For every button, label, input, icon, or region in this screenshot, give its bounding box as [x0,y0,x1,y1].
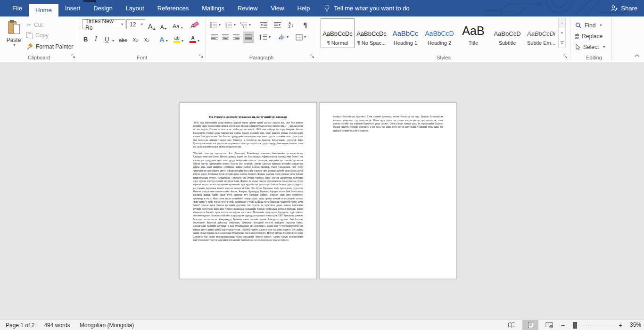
sort-arrow-icon: ↓ [291,23,294,28]
italic-button[interactable]: I [95,32,97,44]
format-painter-button[interactable]: Format Painter [26,41,73,51]
ribbon: Paste ▾ ✂ Cut Copy Format Painter Clipbo… [0,16,644,62]
styles-dialog-launcher[interactable] [563,54,568,59]
style-title[interactable]: AaB Title [456,18,490,48]
replace-label: Replace [582,33,603,40]
font-dialog-launcher[interactable] [199,54,204,59]
underline-dropdown[interactable]: ▾ [111,32,114,44]
bullets-button[interactable]: ▾ [210,20,221,30]
clipboard-dialog-launcher[interactable] [71,54,76,59]
line-spacing-icon [259,34,267,41]
multilevel-list-button[interactable]: ▾ [240,20,251,30]
status-left: Page 1 of 2 494 words Mongolian (Mongoli… [0,320,139,330]
shading-button[interactable]: ▾ [278,32,289,42]
borders-button[interactable]: ▾ [296,32,306,42]
align-left-button[interactable] [211,32,218,42]
tab-home[interactable]: Home [29,4,58,16]
chevron-up-icon [634,54,640,58]
show-hide-marks-button[interactable]: ¶ [303,20,307,30]
font-name-combobox[interactable]: Times New Ro ▾ [82,19,125,29]
zoom-in-button[interactable]: + [617,320,624,330]
format-painter-icon [26,43,33,50]
style-subtitle[interactable]: AaBbCcD Subtitle [490,18,524,48]
strikethrough-button[interactable]: abc [119,32,127,44]
underline-button[interactable]: U [105,32,109,44]
text-effects-button[interactable]: A ▾ [159,32,168,44]
editing-group-label: Editing [570,55,618,60]
line-spacing-button[interactable]: ▾ [259,32,271,42]
align-right-icon [232,34,240,41]
tab-review[interactable]: Review [231,0,264,16]
superscript-button[interactable]: x2 [144,32,149,44]
style-no-spacing[interactable]: AaBbCcDc ¶ No Spac... [355,18,388,48]
font-color-button[interactable]: A ▾ [190,32,199,44]
paste-button[interactable]: Paste ▾ [3,19,25,58]
language-indicator[interactable]: Mongolian (Mongolia) [75,320,139,330]
style-normal[interactable]: AaBbCcDc ¶ Normal [321,18,355,48]
bold-button[interactable]: B [83,32,88,44]
tab-file[interactable]: File [6,0,29,16]
styles-scroll-down-button[interactable]: ▼ [558,28,566,38]
paragraph-dialog-launcher[interactable] [310,54,315,59]
decrease-indent-button[interactable] [260,20,268,30]
align-right-button[interactable] [232,32,240,42]
tab-insert[interactable]: Insert [58,0,87,16]
document-page-2[interactable]: хохирол багатайгаар хүргэжээ. Гэвч дэлхи… [319,102,457,279]
chevron-down-icon: ▾ [121,23,123,26]
tab-design[interactable]: Design [87,0,119,16]
subscript-button[interactable]: x2 [133,32,138,44]
tab-references[interactable]: References [151,0,195,16]
grow-font-button[interactable]: A [148,20,156,30]
document-page-1[interactable]: Их гүрнүүд дэлхийг хуваасан нь ба түүний… [179,102,317,279]
style-heading-2[interactable]: AaBbCcD Heading 2 [422,18,456,48]
print-layout-button[interactable] [522,320,538,330]
text-highlight-button[interactable]: ab ▾ [173,32,183,44]
select-button[interactable]: Select ▾ [575,42,605,52]
read-mode-button[interactable] [504,320,520,330]
chevron-down-icon: ▾ [269,35,271,39]
replace-button[interactable]: abac Replace [575,31,603,41]
document-paragraph-3: хохирол багатайгаар хүргэжээ. Гэвч дэлхи… [333,115,443,132]
status-bar: Page 1 of 2 494 words Mongolian (Mongoli… [0,320,644,330]
tell-me-box[interactable]: Tell me what you want to do [324,0,409,16]
web-layout-button[interactable] [541,320,557,330]
titlebar: File Home Insert Design Layout Reference… [0,0,644,16]
style-subtle-emphasis[interactable]: AaBbCcDi Subtle Em... [524,18,558,48]
word-window: File Home Insert Design Layout Reference… [0,0,644,330]
select-label: Select [583,44,599,50]
font-size-combobox[interactable]: 12 ▾ [126,19,145,29]
styles-scroll-up-button[interactable]: ▲ [558,18,566,28]
underline-icon: U [105,36,109,43]
zoom-level[interactable]: 35% [625,320,641,330]
sort-button[interactable]: AZ ↓ [289,20,294,30]
document-canvas[interactable]: Их гүрнүүд дэлхийг хуваасан нь ба түүний… [0,62,644,320]
cut-button[interactable]: ✂ Cut [26,20,43,30]
zoom-slider-thumb[interactable] [573,322,577,329]
change-case-button[interactable]: Aa ▾ [173,20,183,30]
copy-button[interactable]: Copy [26,30,49,40]
paste-dropdown-arrow[interactable]: ▾ [13,43,15,47]
zoom-out-button[interactable]: − [559,320,567,330]
styles-gallery-more-button[interactable]: ▼ [558,38,566,48]
collapse-ribbon-button[interactable] [634,54,642,59]
editing-group: Find ▾ abac Replace Select ▾ Editing [570,16,618,62]
page-indicator[interactable]: Page 1 of 2 [1,320,39,330]
find-button[interactable]: Find ▾ [575,20,602,30]
word-count[interactable]: 494 words [39,320,74,330]
tab-mailings[interactable]: Mailings [195,0,231,16]
cut-label: Cut [34,22,43,28]
align-center-icon [222,34,229,41]
tab-help[interactable]: Help [290,0,316,16]
share-button[interactable]: Share [611,0,637,16]
shrink-font-button[interactable]: A [160,20,167,30]
increase-indent-button[interactable] [273,20,281,30]
highlight-icon: ab [173,36,180,43]
style-heading-1[interactable]: AaBbCc Heading 1 [388,18,422,48]
justify-button[interactable] [243,32,254,42]
align-center-button[interactable] [222,32,229,42]
clear-formatting-button[interactable]: A [190,20,198,30]
tab-view[interactable]: View [264,0,290,16]
numbering-button[interactable]: 123 ▾ [225,20,236,30]
style-label: Heading 1 [394,40,417,46]
tab-layout[interactable]: Layout [119,0,151,16]
